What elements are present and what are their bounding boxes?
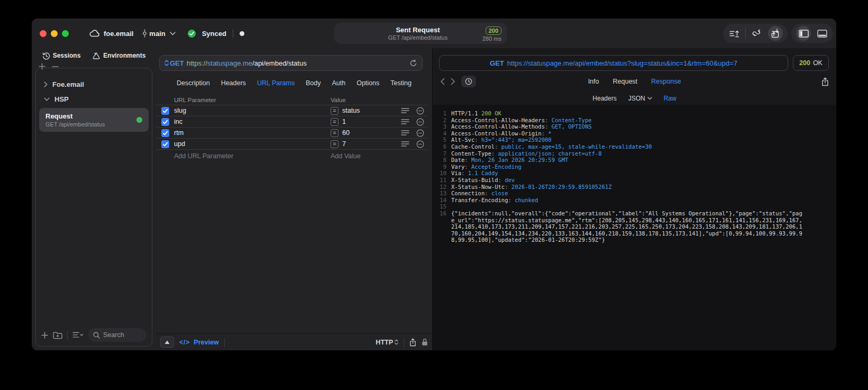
toolbar-group-requests: [723, 24, 788, 43]
response-line: 13Connection: close: [435, 190, 836, 197]
param-checkbox[interactable]: [156, 129, 174, 137]
line-number: 11: [435, 177, 446, 184]
request-tab-options[interactable]: Options: [357, 79, 379, 87]
bottom-panel-icon[interactable]: [816, 27, 828, 40]
response-url-bar[interactable]: GET https://statuspage.me/api/embed/stat…: [439, 55, 788, 71]
request-tab-body[interactable]: Body: [306, 79, 321, 87]
add-param-row[interactable]: Add URL Parameter Add Value: [156, 150, 428, 162]
line-content: Connection: close: [451, 190, 508, 197]
titlebar: foe.email main Synced Sent Request G: [32, 19, 836, 48]
search-placeholder: Search: [103, 331, 124, 339]
param-name[interactable]: inc: [174, 118, 331, 125]
response-line: 7Content-Type: application/json; charset…: [435, 150, 836, 157]
request-tab-url-params[interactable]: URL Params: [257, 79, 295, 87]
sent-request-summary[interactable]: Sent Request GET /api/embed/status 200 2…: [334, 23, 507, 44]
response-status-badge: 200 OK: [793, 55, 829, 71]
protocol-selector[interactable]: HTTP: [376, 339, 398, 346]
add-request-icon[interactable]: [41, 332, 48, 339]
request-tab-headers[interactable]: Headers: [221, 79, 246, 87]
line-number: 1: [435, 110, 446, 117]
drag-handle-icon[interactable]: [398, 141, 412, 147]
drag-handle-icon[interactable]: [398, 130, 412, 136]
drag-handle-icon[interactable]: [398, 107, 412, 114]
param-value[interactable]: 60: [342, 129, 350, 137]
branch-name[interactable]: main: [149, 30, 165, 38]
remove-param-icon[interactable]: [412, 129, 428, 137]
line-number: 12: [435, 184, 446, 191]
request-tab-testing[interactable]: Testing: [390, 79, 412, 87]
sync-status-label[interactable]: Synced: [202, 30, 226, 38]
project-name[interactable]: foe.email: [104, 30, 133, 38]
line-content: HTTP/1.1 200 OK: [451, 110, 501, 117]
remove-param-icon[interactable]: [412, 118, 428, 126]
new-folder-icon[interactable]: [53, 331, 62, 339]
search-input[interactable]: Search: [88, 328, 147, 342]
response-tab-response[interactable]: Response: [651, 78, 681, 85]
request-url-bar[interactable]: GET https://statuspage.me/api/embed/stat…: [159, 55, 423, 71]
minimize-button[interactable]: [51, 30, 58, 37]
tab-sessions[interactable]: Sessions: [42, 52, 81, 60]
transfer-arrows-icon[interactable]: [768, 26, 783, 41]
response-subtab-json[interactable]: JSON: [628, 95, 652, 102]
line-number: 13: [435, 190, 446, 197]
response-subtabs: HeadersJSONRaw: [433, 92, 836, 105]
lines-arrow-up-icon[interactable]: [728, 27, 741, 40]
line-content: {"incidents":null,"overall":{"code":"ope…: [451, 210, 806, 243]
line-content: Content-Type: application/json; charset=…: [451, 150, 601, 157]
chevron-down-icon[interactable]: [170, 27, 176, 40]
list-options-icon[interactable]: [72, 332, 84, 338]
response-body[interactable]: 1HTTP/1.1 200 OK2Access-Control-Allow-He…: [433, 105, 836, 350]
request-url-text[interactable]: https://statuspage.me/api/embed/status: [187, 59, 407, 67]
share-icon[interactable]: [409, 338, 416, 347]
preview-button[interactable]: </> Preview: [179, 339, 219, 346]
add-param-value-placeholder[interactable]: Add Value: [331, 152, 398, 160]
line-number: 15: [435, 203, 446, 210]
reload-icon[interactable]: [409, 59, 417, 67]
response-subtab-headers[interactable]: Headers: [592, 95, 616, 102]
line-content: Transfer-Encoding: chunked: [451, 197, 538, 204]
param-checkbox[interactable]: [156, 107, 174, 115]
tree-group-foe-email[interactable]: Foe.email: [36, 77, 152, 92]
close-button[interactable]: [40, 30, 47, 37]
remove-param-icon[interactable]: [412, 140, 428, 148]
response-subtab-raw[interactable]: Raw: [664, 95, 677, 102]
chevron-right-icon: [44, 81, 48, 87]
response-tab-info[interactable]: Info: [588, 78, 599, 85]
param-name[interactable]: rtm: [174, 129, 331, 137]
param-checkbox[interactable]: [156, 140, 174, 148]
request-tab-auth[interactable]: Auth: [332, 79, 345, 87]
response-tab-request[interactable]: Request: [613, 78, 638, 85]
lock-icon[interactable]: [422, 338, 428, 346]
loop-arrows-icon[interactable]: [751, 27, 763, 40]
zoom-button[interactable]: [62, 30, 69, 37]
param-value[interactable]: 7: [342, 140, 346, 148]
line-content: Via: 1.1 Caddy: [451, 170, 498, 177]
duration-label: 280 ms: [469, 35, 501, 42]
param-value[interactable]: status: [342, 107, 360, 114]
sent-request-subtitle: GET /api/embed/status: [367, 34, 469, 41]
param-checkbox[interactable]: [156, 118, 174, 126]
method-selector[interactable]: GET: [165, 59, 184, 67]
param-name[interactable]: upd: [174, 140, 331, 148]
param-row: upd=7: [156, 138, 428, 150]
param-value[interactable]: 1: [342, 118, 346, 125]
request-list-item[interactable]: Request GET /api/embed/status: [39, 108, 149, 132]
expand-panel-button[interactable]: [160, 337, 174, 348]
line-number: 4: [435, 130, 446, 137]
add-item-icon[interactable]: [39, 63, 45, 73]
request-status-dot: [136, 117, 142, 123]
remove-item-icon[interactable]: [52, 66, 59, 73]
sidebar: Sessions Environments: [32, 48, 156, 350]
add-param-name-placeholder[interactable]: Add URL Parameter: [174, 152, 331, 160]
request-tab-description[interactable]: Description: [177, 79, 210, 87]
left-panel-icon[interactable]: [796, 26, 811, 41]
tab-environments[interactable]: Environments: [92, 52, 145, 60]
drag-handle-icon[interactable]: [398, 119, 412, 125]
remove-param-icon[interactable]: [412, 107, 428, 115]
line-content: Cache-Control: public, max-age=15, stale…: [451, 143, 652, 150]
param-name[interactable]: slug: [174, 107, 331, 114]
response-line: 5Alt-Svc: h3=":443"; ma=2592000: [435, 137, 836, 143]
tree-group-hsp[interactable]: HSP: [36, 92, 152, 106]
line-content: X-Status-Now-Utc: 2026-01-26T20:29:59.85…: [451, 184, 611, 191]
response-line: 15: [435, 203, 836, 210]
